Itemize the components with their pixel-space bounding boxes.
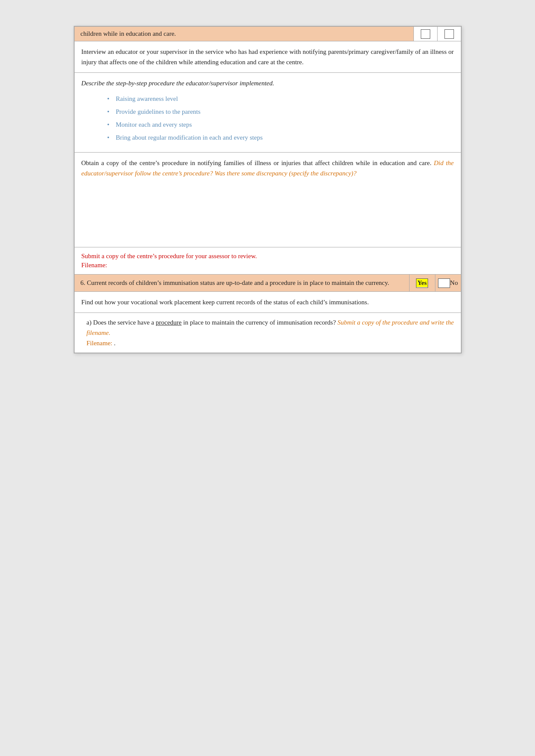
sub-a-label: a): [87, 319, 92, 326]
row6-content: Current records of children’s immunisati…: [87, 279, 389, 286]
filename-label: Filename:: [81, 262, 454, 269]
find-out-text: Find out how your vocational work placem…: [81, 299, 369, 306]
find-out-section: Find out how your vocational work placem…: [75, 292, 461, 313]
sub-a-filename-label: Filename:: [87, 340, 113, 347]
bullet-item-2: Provide guidelines to the parents: [107, 106, 454, 117]
obtain-text-part1: Obtain a copy of the centre’s procedure …: [81, 159, 432, 166]
submit-line: Submit a copy of the centre’s procedure …: [81, 253, 454, 260]
describe-text: Describe the step-by-step procedure the …: [81, 78, 454, 88]
header-checkbox-2[interactable]: [437, 27, 461, 41]
no-label: No: [450, 279, 458, 287]
no-checkbox[interactable]: [438, 278, 450, 288]
header-text: children while in education and care.: [75, 27, 413, 41]
checkbox-1-box[interactable]: [421, 29, 430, 39]
sub-a-text-after: in place to maintain the currency of imm…: [183, 319, 336, 326]
row6-number: 6.: [81, 279, 85, 286]
bullet-item-1: Raising awareness level: [107, 94, 454, 104]
yes-label: Yes: [416, 279, 428, 287]
submit-section: Submit a copy of the centre’s procedure …: [75, 247, 461, 275]
row6-text: 6. Current records of children’s immunis…: [75, 275, 409, 291]
sub-a-underline-word: procedure: [156, 319, 181, 326]
interview-section: Interview an educator or your supervisor…: [75, 41, 461, 73]
main-container: children while in education and care. In…: [74, 26, 462, 353]
sub-a-filename-value: .: [114, 340, 116, 347]
checkbox-2-box[interactable]: [444, 29, 454, 39]
sub-a-filename-row: Filename: .: [87, 338, 454, 348]
row6-container: 6. Current records of children’s immunis…: [75, 275, 461, 292]
bullet-item-3: Monitor each and every steps: [107, 119, 454, 130]
bullet-list: Raising awareness level Provide guidelin…: [81, 92, 454, 147]
yes-checkbox[interactable]: Yes: [416, 278, 428, 288]
sub-a-text-before: Does the service have a: [93, 319, 154, 326]
sub-a-paragraph: a) Does the service have a procedure in …: [87, 317, 454, 338]
row6-no-cell[interactable]: No: [435, 275, 461, 291]
header-row: children while in education and care.: [75, 27, 461, 41]
sub-section-a: a) Does the service have a procedure in …: [75, 313, 461, 353]
header-text-content: children while in education and care.: [81, 30, 176, 37]
header-checkbox-1[interactable]: [413, 27, 437, 41]
bullet-item-4: Bring about regular modification in each…: [107, 132, 454, 143]
interview-paragraph: Interview an educator or your supervisor…: [81, 47, 454, 67]
obtain-section: Obtain a copy of the centre’s procedure …: [75, 153, 461, 247]
row6-yes-cell[interactable]: Yes: [409, 275, 435, 291]
describe-section: Describe the step-by-step procedure the …: [75, 73, 461, 153]
